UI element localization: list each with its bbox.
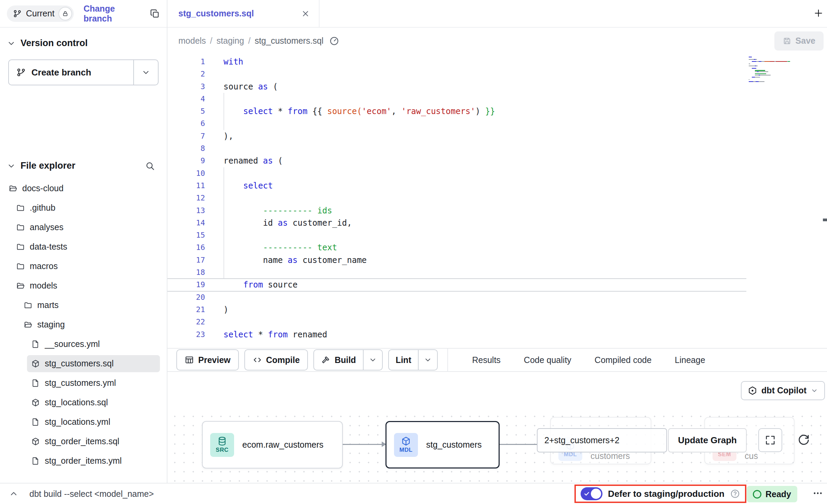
lint-options-caret[interactable] [418, 350, 437, 370]
breadcrumb-item[interactable]: models [178, 36, 206, 46]
tab-bar: stg_customers.sql [167, 0, 827, 28]
code-line-3[interactable]: 3source as ( [167, 81, 827, 93]
tree-item-label: marts [37, 300, 59, 310]
collapse-panel-button[interactable] [9, 489, 18, 499]
version-control-header[interactable]: Version control [7, 38, 160, 48]
tree-item-stg_customers.sql[interactable]: stg_customers.sql [0, 354, 167, 373]
tree-item-staging[interactable]: staging [0, 315, 167, 334]
lineage-selector-input[interactable] [537, 428, 667, 452]
file-explorer-title: File explorer [21, 160, 76, 171]
build-options-caret[interactable] [363, 350, 382, 370]
tab-stg-customers-sql[interactable]: stg_customers.sql [167, 0, 320, 27]
close-icon[interactable] [301, 9, 310, 18]
tree-item-label: stg_customers.sql [45, 359, 113, 368]
tree-item-analyses[interactable]: analyses [0, 218, 167, 237]
code-line-15[interactable]: 15 [167, 229, 827, 241]
tree-item-.github[interactable]: .github [0, 198, 167, 218]
tree-item-docs-cloud[interactable]: docs-cloud [0, 179, 167, 198]
tab-lineage[interactable]: Lineage [665, 349, 716, 371]
create-branch-caret[interactable] [133, 60, 158, 85]
code-line-16[interactable]: 16 ---------- text [167, 241, 827, 254]
help-icon[interactable] [730, 489, 740, 499]
create-branch-button[interactable]: Create branch [9, 60, 133, 85]
folder-open-icon [24, 320, 32, 329]
scrollbar-thumb[interactable] [823, 219, 827, 221]
code-line-2[interactable]: 2 [167, 68, 827, 80]
code-line-21[interactable]: 21) [167, 304, 827, 316]
code-line-14[interactable]: 14 id as customer_id, [167, 217, 827, 229]
defer-toggle[interactable] [581, 487, 602, 500]
tree-item-label: models [30, 281, 57, 291]
tab-compiled-code[interactable]: Compiled code [584, 349, 662, 371]
fullscreen-icon [764, 434, 776, 446]
gauge-icon[interactable] [329, 36, 339, 46]
code-line-12[interactable]: 12 [167, 192, 827, 204]
code-editor[interactable]: 1with23source as (45 select * from {{ so… [167, 54, 827, 348]
tree-item-marts[interactable]: marts [0, 295, 167, 315]
preview-label: Preview [198, 355, 231, 365]
line-number: 10 [167, 167, 205, 180]
code-line-6[interactable]: 6 [167, 117, 827, 130]
tab-results[interactable]: Results [462, 349, 511, 371]
tree-item-stg_order_items.sql[interactable]: stg_order_items.sql [0, 432, 167, 451]
lint-button[interactable]: Lint [389, 350, 418, 370]
tree-item-label: stg_customers.yml [45, 378, 116, 388]
fullscreen-button[interactable] [758, 428, 782, 452]
tree-item-stg_locations.yml[interactable]: stg_locations.yml [0, 412, 167, 432]
more-options-button[interactable] [812, 488, 824, 500]
copy-icon[interactable] [150, 9, 160, 19]
tree-item-stg_order_items.yml[interactable]: stg_order_items.yml [0, 451, 167, 471]
line-number: 14 [167, 217, 205, 229]
code-line-10[interactable]: 10 [167, 167, 827, 180]
tree-item-stg_customers.yml[interactable]: stg_customers.yml [0, 373, 167, 393]
code-line-8[interactable]: 8 [167, 142, 827, 155]
refresh-button[interactable] [793, 429, 815, 451]
tree-item-stg_locations.sql[interactable]: stg_locations.sql [0, 393, 167, 412]
breadcrumb-item[interactable]: staging [217, 36, 244, 46]
code-line-22[interactable]: 22 [167, 316, 827, 328]
lineage-node-stg_customers[interactable]: MDLstg_customers [385, 421, 500, 468]
build-button[interactable]: Build [314, 350, 363, 370]
code-line-18[interactable]: 18 [167, 266, 827, 279]
tree-item-data-tests[interactable]: data-tests [0, 237, 167, 256]
file-explorer-header[interactable]: File explorer [7, 160, 160, 171]
code-line-1[interactable]: 1with [167, 56, 827, 68]
tab-label: Lineage [675, 355, 705, 365]
tree-item-__sources.yml[interactable]: __sources.yml [0, 334, 167, 354]
code-line-5[interactable]: 5 select * from {{ source('ecom', 'raw_c… [167, 105, 827, 117]
code-line-20[interactable]: 20 [167, 291, 827, 304]
line-content: select * from {{ source('ecom', 'raw_cus… [205, 105, 827, 117]
tab-code-quality[interactable]: Code quality [514, 349, 582, 371]
folder-icon [16, 223, 25, 232]
code-line-7[interactable]: 7), [167, 130, 827, 142]
current-branch-pill[interactable]: Current [7, 5, 74, 22]
chevron-down-icon [811, 387, 818, 394]
change-branch-link[interactable]: Change branch [83, 4, 142, 24]
line-number: 7 [167, 130, 205, 142]
save-button[interactable]: Save [774, 31, 824, 51]
update-graph-button[interactable]: Update Graph [668, 428, 747, 452]
lineage-node-ecom.raw_customers[interactable]: SRCecom.raw_customers [202, 421, 343, 468]
tree-item-macros[interactable]: macros [0, 256, 167, 276]
code-line-19[interactable]: 19 from source [167, 279, 827, 291]
chevron-down-icon [424, 356, 432, 364]
compile-button[interactable]: Compile [244, 349, 308, 370]
code-line-17[interactable]: 17 name as customer_name [167, 254, 827, 266]
code-line-11[interactable]: 11 select [167, 180, 827, 192]
line-number: 11 [167, 180, 205, 192]
dbt-copilot-icon [748, 386, 757, 395]
code-line-23[interactable]: 23select * from renamed [167, 328, 827, 341]
code-line-13[interactable]: 13 ---------- ids [167, 205, 827, 217]
dbt-copilot-button[interactable]: dbt Copilot [741, 381, 825, 400]
search-icon[interactable] [145, 161, 155, 171]
new-tab-button[interactable] [813, 8, 824, 19]
tree-item-label: staging [37, 320, 65, 330]
code-line-9[interactable]: 9renamed as ( [167, 155, 827, 167]
lint-label: Lint [396, 355, 411, 365]
code-line-4[interactable]: 4 [167, 93, 827, 105]
line-content: ) [205, 304, 827, 316]
minimap[interactable] [749, 57, 791, 82]
tree-item-models[interactable]: models [0, 276, 167, 295]
status-bar: dbt build --select <model_name> Defer to… [0, 483, 827, 504]
preview-button[interactable]: Preview [176, 349, 239, 370]
